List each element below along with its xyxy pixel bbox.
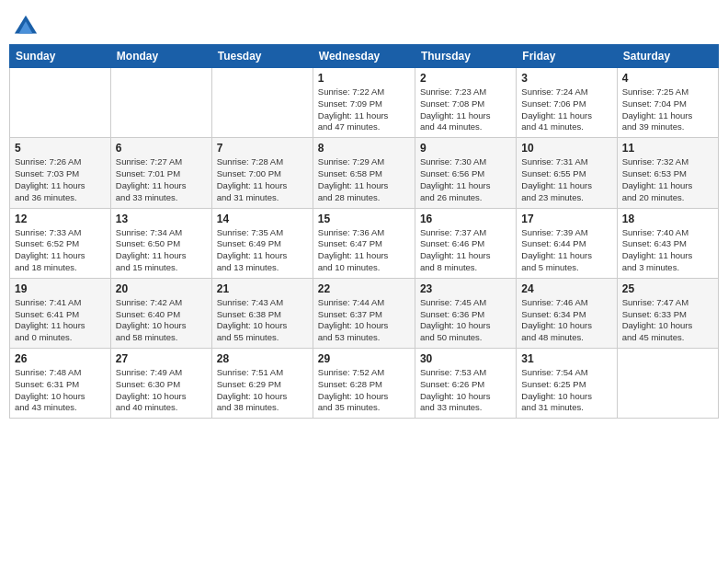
day-number: 10 <box>521 142 611 155</box>
column-header-tuesday: Tuesday <box>211 45 313 68</box>
calendar-day-30: 30Sunrise: 7:53 AM Sunset: 6:26 PM Dayli… <box>415 349 516 419</box>
day-info: Sunrise: 7:37 AM Sunset: 6:46 PM Dayligh… <box>420 227 511 274</box>
calendar-day-13: 13Sunrise: 7:34 AM Sunset: 6:50 PM Dayli… <box>110 208 211 278</box>
calendar-day-28: 28Sunrise: 7:51 AM Sunset: 6:29 PM Dayli… <box>211 349 313 419</box>
calendar-day-17: 17Sunrise: 7:39 AM Sunset: 6:44 PM Dayli… <box>517 208 617 278</box>
calendar-day-11: 11Sunrise: 7:32 AM Sunset: 6:53 PM Dayli… <box>617 138 718 208</box>
calendar-day-27: 27Sunrise: 7:49 AM Sunset: 6:30 PM Dayli… <box>110 349 211 419</box>
calendar-empty-cell <box>110 68 211 138</box>
day-info: Sunrise: 7:47 AM Sunset: 6:33 PM Dayligh… <box>622 297 713 344</box>
day-number: 19 <box>15 282 106 295</box>
day-number: 9 <box>420 142 511 155</box>
column-header-wednesday: Wednesday <box>313 45 415 68</box>
day-info: Sunrise: 7:33 AM Sunset: 6:52 PM Dayligh… <box>15 227 106 274</box>
calendar-day-26: 26Sunrise: 7:48 AM Sunset: 6:31 PM Dayli… <box>10 349 111 419</box>
day-info: Sunrise: 7:29 AM Sunset: 6:58 PM Dayligh… <box>318 156 410 203</box>
calendar-day-15: 15Sunrise: 7:36 AM Sunset: 6:47 PM Dayli… <box>313 208 415 278</box>
calendar-empty-cell <box>10 68 111 138</box>
day-number: 11 <box>622 142 713 155</box>
calendar-day-2: 2Sunrise: 7:23 AM Sunset: 7:08 PM Daylig… <box>415 68 516 138</box>
calendar-day-18: 18Sunrise: 7:40 AM Sunset: 6:43 PM Dayli… <box>617 208 718 278</box>
day-info: Sunrise: 7:31 AM Sunset: 6:55 PM Dayligh… <box>521 156 611 203</box>
day-info: Sunrise: 7:36 AM Sunset: 6:47 PM Dayligh… <box>318 227 410 274</box>
day-number: 26 <box>15 352 106 365</box>
day-number: 12 <box>15 213 106 225</box>
day-info: Sunrise: 7:45 AM Sunset: 6:36 PM Dayligh… <box>420 297 511 344</box>
day-number: 22 <box>318 282 410 295</box>
day-info: Sunrise: 7:23 AM Sunset: 7:08 PM Dayligh… <box>420 86 511 133</box>
day-info: Sunrise: 7:41 AM Sunset: 6:41 PM Dayligh… <box>15 297 106 344</box>
day-info: Sunrise: 7:27 AM Sunset: 7:01 PM Dayligh… <box>116 156 207 203</box>
day-info: Sunrise: 7:35 AM Sunset: 6:49 PM Dayligh… <box>217 227 308 274</box>
day-number: 1 <box>318 72 410 85</box>
calendar-day-3: 3Sunrise: 7:24 AM Sunset: 7:06 PM Daylig… <box>517 68 617 138</box>
day-number: 20 <box>116 282 207 295</box>
day-info: Sunrise: 7:54 AM Sunset: 6:25 PM Dayligh… <box>521 367 611 414</box>
day-info: Sunrise: 7:32 AM Sunset: 6:53 PM Dayligh… <box>622 156 713 203</box>
day-info: Sunrise: 7:22 AM Sunset: 7:09 PM Dayligh… <box>318 86 410 133</box>
calendar-day-22: 22Sunrise: 7:44 AM Sunset: 6:37 PM Dayli… <box>313 278 415 348</box>
calendar-day-24: 24Sunrise: 7:46 AM Sunset: 6:34 PM Dayli… <box>517 278 617 348</box>
calendar-day-16: 16Sunrise: 7:37 AM Sunset: 6:46 PM Dayli… <box>415 208 516 278</box>
day-info: Sunrise: 7:30 AM Sunset: 6:56 PM Dayligh… <box>420 156 511 203</box>
day-number: 30 <box>420 352 511 365</box>
calendar-day-20: 20Sunrise: 7:42 AM Sunset: 6:40 PM Dayli… <box>110 278 211 348</box>
calendar-day-31: 31Sunrise: 7:54 AM Sunset: 6:25 PM Dayli… <box>517 349 617 419</box>
day-info: Sunrise: 7:26 AM Sunset: 7:03 PM Dayligh… <box>15 156 106 203</box>
calendar-empty-cell <box>617 349 718 419</box>
day-info: Sunrise: 7:48 AM Sunset: 6:31 PM Dayligh… <box>15 367 106 414</box>
logo-icon <box>13 13 39 39</box>
day-info: Sunrise: 7:49 AM Sunset: 6:30 PM Dayligh… <box>116 367 207 414</box>
day-number: 23 <box>420 282 511 295</box>
day-number: 29 <box>318 352 410 365</box>
day-number: 15 <box>318 213 410 225</box>
day-number: 13 <box>116 213 207 225</box>
day-number: 17 <box>521 213 611 225</box>
calendar-day-25: 25Sunrise: 7:47 AM Sunset: 6:33 PM Dayli… <box>617 278 718 348</box>
day-number: 18 <box>622 213 713 225</box>
day-number: 7 <box>217 142 308 155</box>
calendar-week-row: 5Sunrise: 7:26 AM Sunset: 7:03 PM Daylig… <box>10 138 719 208</box>
day-info: Sunrise: 7:42 AM Sunset: 6:40 PM Dayligh… <box>116 297 207 344</box>
day-number: 31 <box>521 352 611 365</box>
day-number: 4 <box>622 72 713 85</box>
calendar-day-10: 10Sunrise: 7:31 AM Sunset: 6:55 PM Dayli… <box>517 138 617 208</box>
day-info: Sunrise: 7:52 AM Sunset: 6:28 PM Dayligh… <box>318 367 410 414</box>
column-header-sunday: Sunday <box>10 45 111 68</box>
column-header-monday: Monday <box>110 45 211 68</box>
calendar-week-row: 12Sunrise: 7:33 AM Sunset: 6:52 PM Dayli… <box>10 208 719 278</box>
day-number: 27 <box>116 352 207 365</box>
calendar-week-row: 26Sunrise: 7:48 AM Sunset: 6:31 PM Dayli… <box>10 349 719 419</box>
day-number: 24 <box>521 282 611 295</box>
column-header-friday: Friday <box>517 45 617 68</box>
calendar-day-29: 29Sunrise: 7:52 AM Sunset: 6:28 PM Dayli… <box>313 349 415 419</box>
calendar-day-14: 14Sunrise: 7:35 AM Sunset: 6:49 PM Dayli… <box>211 208 313 278</box>
calendar-empty-cell <box>211 68 313 138</box>
day-info: Sunrise: 7:40 AM Sunset: 6:43 PM Dayligh… <box>622 227 713 274</box>
day-number: 8 <box>318 142 410 155</box>
calendar-table: SundayMondayTuesdayWednesdayThursdayFrid… <box>9 44 719 419</box>
day-info: Sunrise: 7:46 AM Sunset: 6:34 PM Dayligh… <box>521 297 611 344</box>
day-info: Sunrise: 7:44 AM Sunset: 6:37 PM Dayligh… <box>318 297 410 344</box>
day-info: Sunrise: 7:43 AM Sunset: 6:38 PM Dayligh… <box>217 297 308 344</box>
column-header-thursday: Thursday <box>415 45 516 68</box>
calendar-day-7: 7Sunrise: 7:28 AM Sunset: 7:00 PM Daylig… <box>211 138 313 208</box>
calendar-day-8: 8Sunrise: 7:29 AM Sunset: 6:58 PM Daylig… <box>313 138 415 208</box>
day-info: Sunrise: 7:25 AM Sunset: 7:04 PM Dayligh… <box>622 86 713 133</box>
day-info: Sunrise: 7:51 AM Sunset: 6:29 PM Dayligh… <box>217 367 308 414</box>
calendar-day-1: 1Sunrise: 7:22 AM Sunset: 7:09 PM Daylig… <box>313 68 415 138</box>
day-number: 16 <box>420 213 511 225</box>
day-number: 14 <box>217 213 308 225</box>
day-number: 5 <box>15 142 106 155</box>
calendar-header-row: SundayMondayTuesdayWednesdayThursdayFrid… <box>10 45 719 68</box>
day-info: Sunrise: 7:39 AM Sunset: 6:44 PM Dayligh… <box>521 227 611 274</box>
calendar-day-9: 9Sunrise: 7:30 AM Sunset: 6:56 PM Daylig… <box>415 138 516 208</box>
day-number: 21 <box>217 282 308 295</box>
day-number: 3 <box>521 72 611 85</box>
column-header-saturday: Saturday <box>617 45 718 68</box>
day-info: Sunrise: 7:28 AM Sunset: 7:00 PM Dayligh… <box>217 156 308 203</box>
day-number: 2 <box>420 72 511 85</box>
day-number: 25 <box>622 282 713 295</box>
calendar-day-5: 5Sunrise: 7:26 AM Sunset: 7:03 PM Daylig… <box>10 138 111 208</box>
calendar-day-21: 21Sunrise: 7:43 AM Sunset: 6:38 PM Dayli… <box>211 278 313 348</box>
